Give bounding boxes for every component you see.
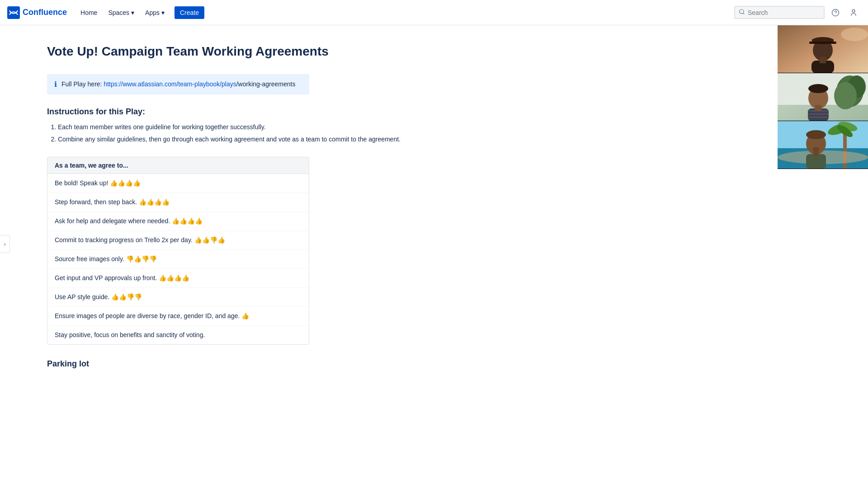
search-icon: [739, 9, 745, 16]
video-cell-3: [778, 121, 868, 169]
svg-rect-24: [815, 105, 821, 111]
agreement-row: Use AP style guide. 👍👍👎👎: [47, 288, 309, 307]
chevron-down-icon: ▾: [131, 9, 134, 16]
agreement-row: Ensure images of people are diverse by r…: [47, 307, 309, 326]
account-button[interactable]: [846, 5, 861, 20]
create-button[interactable]: Create: [175, 6, 204, 19]
svg-rect-23: [808, 117, 829, 118]
agreement-table-header: As a team, we agree to...: [47, 157, 309, 174]
account-icon: [849, 9, 858, 17]
help-button[interactable]: [828, 5, 843, 20]
video-cell-2: [778, 73, 868, 121]
svg-rect-12: [820, 57, 826, 63]
agreement-row: Commit to tracking progress on Trello 2x…: [47, 231, 309, 250]
svg-point-1: [740, 9, 744, 14]
svg-rect-0: [7, 6, 20, 19]
svg-point-6: [841, 28, 868, 41]
agreement-row: Get input and VP approvals up front. 👍👍👍…: [47, 269, 309, 288]
agreement-row: Be bold! Speak up! 👍👍👍👍: [47, 174, 309, 193]
svg-point-19: [808, 84, 828, 93]
instructions-list: Each team member writes one guideline fo…: [47, 122, 540, 144]
playbook-link[interactable]: https://www.atlassian.com/team-playbook/…: [104, 80, 236, 88]
svg-rect-35: [813, 147, 819, 151]
instruction-item: Combine any similar guidelines, then go …: [58, 134, 540, 144]
video-cell-1: [778, 25, 868, 73]
nav-right: [734, 5, 861, 20]
page-title: Vote Up! Campaign Team Working Agreement…: [47, 43, 540, 60]
svg-point-34: [806, 130, 826, 139]
instruction-item: Each team member writes one guideline fo…: [58, 122, 540, 132]
nav-spaces[interactable]: Spaces ▾: [104, 6, 139, 19]
logo-label: Confluence: [23, 8, 67, 17]
agreement-row: Step forward, then step back. 👍👍👍👍: [47, 193, 309, 212]
agreement-row: Source free images only. 👎👍👎👎: [47, 250, 309, 269]
agreement-row: Ask for help and delegate where needed. …: [47, 212, 309, 231]
video-panel: [778, 25, 868, 169]
svg-rect-10: [809, 42, 836, 44]
svg-rect-37: [813, 151, 819, 156]
search-box[interactable]: [734, 6, 825, 19]
confluence-logo[interactable]: Confluence: [7, 6, 67, 19]
instructions-title: Instructions for this Play:: [47, 107, 540, 117]
agreement-row: Stay positive, focus on benefits and san…: [47, 326, 309, 344]
info-box: ℹ Full Play here: https://www.atlassian.…: [47, 74, 309, 94]
info-text: Full Play here: https://www.atlassian.co…: [61, 80, 295, 89]
chevron-down-icon: ▾: [161, 9, 165, 16]
svg-point-4: [852, 9, 855, 12]
svg-point-17: [834, 82, 857, 109]
nav-apps[interactable]: Apps ▾: [141, 6, 169, 19]
search-input[interactable]: [748, 9, 820, 16]
nav-links: Home Spaces ▾ Apps ▾ Create: [76, 6, 204, 19]
svg-rect-22: [808, 113, 829, 115]
instructions-section: Instructions for this Play: Each team me…: [47, 107, 540, 144]
help-icon: [831, 9, 840, 17]
agreement-table: As a team, we agree to... Be bold! Speak…: [47, 157, 309, 345]
info-icon: ℹ: [54, 80, 57, 89]
navbar: Confluence Home Spaces ▾ Apps ▾ Create: [0, 0, 868, 25]
nav-home[interactable]: Home: [76, 6, 102, 19]
parking-lot-title: Parking lot: [47, 359, 540, 369]
main-content: Vote Up! Campaign Team Working Agreement…: [11, 25, 576, 405]
sidebar-toggle[interactable]: ›: [0, 235, 10, 253]
